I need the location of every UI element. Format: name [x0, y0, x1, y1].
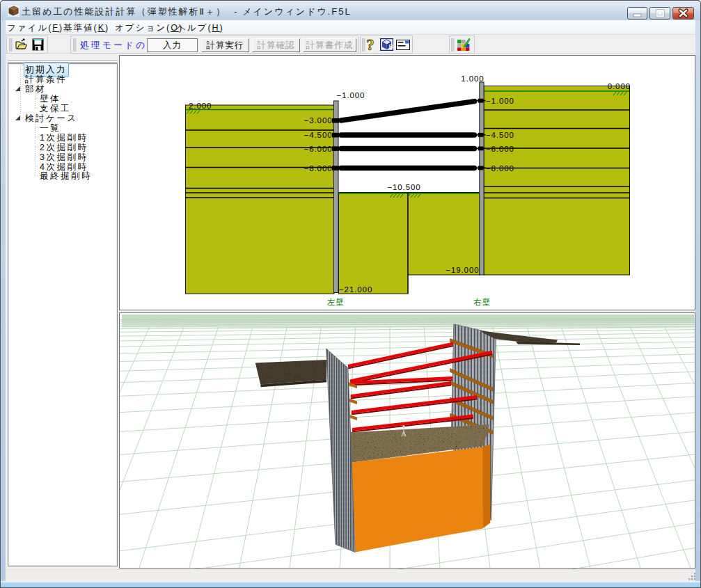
svg-text:−6.000: −6.000	[486, 145, 514, 153]
svg-text:B: B	[389, 43, 394, 50]
svg-text:−8.000: −8.000	[304, 164, 333, 173]
svg-text:?: ?	[366, 37, 375, 52]
svg-text:−8.000: −8.000	[486, 164, 514, 173]
svg-text:−4.500: −4.500	[486, 131, 514, 139]
svg-text:1.000: 1.000	[461, 74, 484, 83]
svg-text:−1.000: −1.000	[486, 97, 514, 105]
svg-text:0.000: 0.000	[608, 82, 631, 90]
svg-text:−3.000: −3.000	[304, 116, 333, 125]
svg-text:2.000: 2.000	[189, 102, 212, 110]
svg-text:−10.500: −10.500	[387, 183, 420, 191]
svg-text:−4.500: −4.500	[304, 131, 333, 139]
svg-text:右壁: 右壁	[473, 298, 491, 306]
svg-text:−21.000: −21.000	[339, 285, 372, 294]
svg-text:−6.000: −6.000	[304, 145, 333, 153]
svg-text:−1.000: −1.000	[337, 91, 365, 100]
svg-text:左壁: 左壁	[327, 298, 345, 306]
svg-text:−19.000: −19.000	[446, 266, 479, 274]
